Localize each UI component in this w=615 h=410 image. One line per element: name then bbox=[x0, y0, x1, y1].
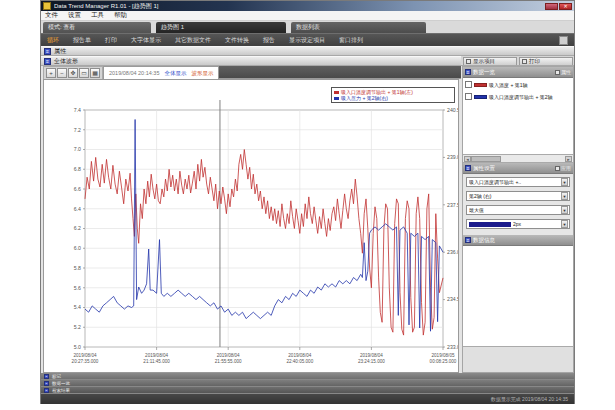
scroll-right-icon[interactable]: ► bbox=[565, 156, 572, 162]
chart-view-tab[interactable]: 2019/08/04 20:14:35 全体显示 波形显示 bbox=[103, 66, 219, 79]
property-select[interactable]: 吸入口温度调节输出 +..▼ bbox=[466, 177, 570, 187]
tab-label: 打印 bbox=[529, 58, 540, 65]
series-label: 吸入口温度调节输出 + 第2轴 bbox=[489, 94, 552, 100]
main-toolbar: 循环报告单打印大字体显示其它数据文件文件转换报告显示设定项目窗口排列 bbox=[41, 33, 574, 46]
x-tick-date: 2019/08/05 bbox=[432, 353, 455, 358]
show-wave-link[interactable]: 波形显示 bbox=[191, 70, 213, 77]
series-checkbox[interactable] bbox=[465, 93, 472, 100]
chart-legend: 吸入口温度调节输出 + 第1轴(左)吸入压力 + 第2轴(右) bbox=[331, 87, 455, 103]
toolbar-item[interactable]: 循环 bbox=[47, 36, 59, 45]
show-all-link[interactable]: 全体显示 bbox=[164, 70, 186, 77]
close-button[interactable]: ✕ bbox=[559, 3, 572, 10]
toolbar-item[interactable]: 报告单 bbox=[73, 36, 91, 45]
toolbar-item[interactable]: 显示设定项目 bbox=[289, 36, 325, 45]
info-panel-header[interactable]: ≡ 数据信息 bbox=[463, 235, 573, 246]
apply-action[interactable]: 应用 bbox=[555, 165, 571, 171]
info-panel-icon: ≡ bbox=[465, 237, 471, 243]
y-left-tick-label: 5.4 bbox=[74, 304, 81, 310]
chevron-down-icon[interactable]: ▼ bbox=[561, 178, 568, 186]
header-segment-mode[interactable]: 模式: 查看 bbox=[43, 22, 151, 33]
y-right-tick-label: 240.5 bbox=[447, 107, 458, 113]
x-tick-date: 2019/08/04 bbox=[74, 353, 97, 358]
zoom-in-icon[interactable]: + bbox=[46, 68, 56, 78]
series-list-scrollbar[interactable]: ◄ ► bbox=[463, 155, 573, 163]
header-segment-trend[interactable]: 趋势图 1 bbox=[156, 22, 286, 33]
status-text: 数据显示完成 2019/08/04 20:14:35 bbox=[491, 396, 568, 402]
property-select[interactable]: 第2轴 (右)▼ bbox=[466, 191, 570, 201]
chart-body[interactable]: 7.47.27.06.86.66.46.26.05.85.65.45.25.02… bbox=[43, 79, 459, 373]
collapsed-panel-properties[interactable]: ≡ 属性 bbox=[41, 46, 574, 56]
app-window: Data Trend Manager R1.01 - [趋势图 1] ✕ 文件设… bbox=[40, 0, 575, 404]
toolbar-item[interactable]: 大字体显示 bbox=[131, 36, 161, 45]
minimize-button[interactable] bbox=[545, 3, 558, 10]
y-left-tick-label: 5.2 bbox=[74, 324, 81, 330]
properties-form: 吸入口温度调节输出 +..▼第2轴 (右)▼最大值▼2px▼ bbox=[463, 174, 573, 235]
line-color-swatch bbox=[469, 222, 511, 227]
tab-icon bbox=[466, 59, 471, 64]
y-right-tick-label: 239.0 bbox=[447, 154, 458, 160]
series-list: 吸入温度 + 第1轴吸入口温度调节输出 + 第2轴 bbox=[463, 78, 573, 155]
sidebar-tab[interactable]: 打印 bbox=[519, 57, 573, 65]
legend-swatch bbox=[334, 97, 339, 100]
toolbar-overflow-icon[interactable] bbox=[559, 36, 568, 45]
sidebar-tab[interactable]: 显示项目 bbox=[463, 57, 517, 65]
select-value: 第2轴 (右) bbox=[469, 193, 559, 199]
series-list-item[interactable]: 吸入温度 + 第1轴 bbox=[465, 81, 571, 88]
property-select[interactable]: 2px▼ bbox=[466, 219, 570, 229]
x-tick-date: 2019/08/04 bbox=[360, 353, 383, 358]
grid-icon[interactable]: ▦ bbox=[90, 68, 100, 78]
select-range-icon[interactable]: ▭ bbox=[79, 68, 89, 78]
chevron-down-icon[interactable]: ▼ bbox=[561, 192, 568, 200]
panel-icon: ≡ bbox=[44, 48, 51, 55]
panel-row: ≡ 全体波形 显示项目打印 bbox=[41, 56, 574, 66]
series-color-swatch bbox=[474, 83, 487, 87]
menu-item[interactable]: 设置 bbox=[68, 11, 81, 20]
x-tick-date: 2019/08/04 bbox=[288, 353, 311, 358]
data-list-action[interactable]: 属性 bbox=[555, 69, 571, 75]
titlebar: Data Trend Manager R1.01 - [趋势图 1] ✕ bbox=[41, 1, 574, 11]
window-title: Data Trend Manager R1.01 - [趋势图 1] bbox=[54, 2, 545, 11]
legend-swatch bbox=[334, 91, 339, 94]
sidebar-tabs: 显示项目打印 bbox=[461, 56, 574, 66]
x-tick-date: 2019/08/04 bbox=[217, 353, 240, 358]
header-segment-list[interactable]: 数据列表 bbox=[291, 22, 426, 33]
menu-bar: 文件设置工具帮助 bbox=[41, 11, 574, 21]
trend-plot[interactable]: 7.47.27.06.86.66.46.26.05.85.65.45.25.02… bbox=[44, 80, 458, 372]
scroll-left-icon[interactable]: ◄ bbox=[464, 156, 471, 162]
apply-icon bbox=[555, 166, 560, 171]
menu-item[interactable]: 工具 bbox=[91, 11, 104, 20]
series-list-item[interactable]: 吸入口温度调节输出 + 第2轴 bbox=[465, 93, 571, 100]
chart-column: +−✥▭▦ 2019/08/04 20:14:35 全体显示 波形显示 7.47… bbox=[43, 66, 461, 373]
series-checkbox[interactable] bbox=[465, 81, 472, 88]
menu-item[interactable]: 文件 bbox=[45, 11, 58, 20]
scrollbar-thumb[interactable] bbox=[471, 156, 501, 162]
x-tick-time: 00:08:25.000 bbox=[430, 359, 457, 364]
toolbar-item[interactable]: 报告 bbox=[263, 36, 275, 45]
status-bar: 数据显示完成 2019/08/04 20:14:35 bbox=[41, 394, 574, 404]
property-select[interactable]: 最大值▼ bbox=[466, 205, 570, 215]
select-value: 吸入口温度调节输出 +.. bbox=[469, 179, 559, 185]
collapsed-panel-2[interactable]: ≡数据一览 bbox=[41, 380, 574, 387]
toolbar-item[interactable]: 窗口排列 bbox=[339, 36, 363, 45]
properties-panel-header[interactable]: ≡ 属性设置 应用 bbox=[463, 163, 573, 174]
chevron-down-icon[interactable]: ▼ bbox=[561, 220, 568, 228]
bottom-panel-bars: ≡标记≡数据一览≡检索结果 bbox=[41, 373, 574, 394]
collapsed-panel-3[interactable]: ≡检索结果 bbox=[41, 387, 574, 394]
panel-icon: ≡ bbox=[44, 374, 49, 379]
toolbar-item[interactable]: 打印 bbox=[105, 36, 117, 45]
menu-item[interactable]: 帮助 bbox=[114, 11, 127, 20]
pan-icon[interactable]: ✥ bbox=[68, 68, 78, 78]
collapsed-panel-1[interactable]: ≡标记 bbox=[41, 373, 574, 380]
properties-panel-icon: ≡ bbox=[465, 165, 471, 171]
toolbar-item[interactable]: 其它数据文件 bbox=[175, 36, 211, 45]
y-left-tick-label: 6.0 bbox=[74, 245, 81, 251]
panel-icon: ≡ bbox=[44, 381, 49, 386]
data-list-panel-header[interactable]: ≡ 数据一览 属性 bbox=[463, 67, 573, 78]
panel-icon: ≡ bbox=[44, 388, 49, 393]
y-left-tick-label: 5.0 bbox=[74, 344, 81, 350]
zoom-out-icon[interactable]: − bbox=[57, 68, 67, 78]
y-left-tick-label: 7.2 bbox=[74, 127, 81, 133]
chevron-down-icon[interactable]: ▼ bbox=[561, 206, 568, 214]
toolbar-item[interactable]: 文件转换 bbox=[225, 36, 249, 45]
collapsed-panel-waveform[interactable]: ≡ 全体波形 bbox=[41, 56, 461, 66]
